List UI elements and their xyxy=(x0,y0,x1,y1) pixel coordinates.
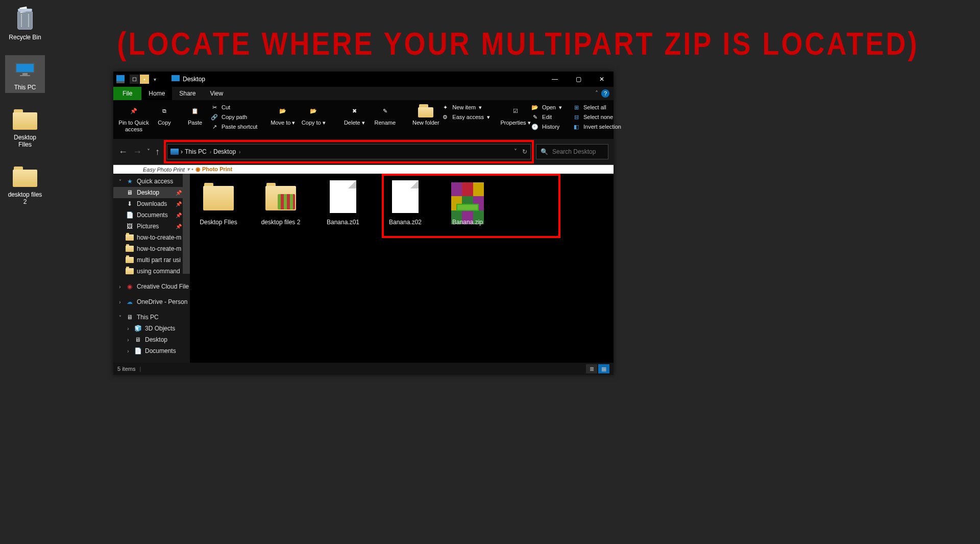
sidebar-item-downloads[interactable]: ⬇Downloads📌 xyxy=(113,198,190,209)
sidebar-quick-access[interactable]: ˅★Quick access xyxy=(113,176,190,187)
folder-icon xyxy=(126,246,134,252)
paste-shortcut-button[interactable]: ↗Paste shortcut xyxy=(210,123,257,131)
desktop-icon-folder[interactable]: desktop files 2 xyxy=(5,162,45,207)
qat-dropdown[interactable]: ▾ xyxy=(150,75,159,84)
sidebar-onedrive[interactable]: ›☁OneDrive - Person xyxy=(113,296,190,308)
invert-selection-button[interactable]: ◧Invert selection xyxy=(572,123,621,131)
new-folder-button[interactable]: New folder xyxy=(410,102,441,126)
copy-path-button[interactable]: 🔗Copy path xyxy=(210,113,257,121)
back-button[interactable]: ← xyxy=(118,147,128,157)
open-icon: 📂 xyxy=(531,103,539,111)
recent-dropdown[interactable]: ˅ xyxy=(147,148,150,155)
qat-button[interactable]: ▪ xyxy=(140,75,149,84)
tab-file[interactable]: File xyxy=(113,87,141,100)
file-item-folder[interactable]: Desktop FIles xyxy=(195,180,242,226)
copyto-icon: 📂 xyxy=(305,103,322,119)
cut-icon: ✂ xyxy=(210,103,218,111)
folder-icon xyxy=(126,268,134,274)
copy-button[interactable]: ⧉ Copy xyxy=(149,102,180,126)
tab-home[interactable]: Home xyxy=(141,87,172,100)
cut-button[interactable]: ✂Cut xyxy=(210,103,257,111)
navigation-sidebar[interactable]: ˅★Quick access 🖥Desktop📌 ⬇Downloads📌 📄Do… xyxy=(113,174,190,363)
sidebar-item-3d-objects[interactable]: ›🧊3D Objects xyxy=(113,323,190,334)
picture-icon: 🖼 xyxy=(126,223,134,230)
file-label: Banana.z02 xyxy=(389,219,422,226)
qat-button[interactable]: ☐ xyxy=(130,75,139,84)
app-icon xyxy=(116,75,125,83)
epson-easy-photo-print[interactable]: Easy Photo Print xyxy=(143,167,185,173)
recycle-bin-icon xyxy=(15,8,35,31)
sidebar-item-desktop[interactable]: ›🖥Desktop xyxy=(113,334,190,345)
pin-to-quick-access-button[interactable]: 📌 Pin to Quick access xyxy=(118,102,149,133)
file-item-unknown[interactable]: Banana.z02 xyxy=(382,180,429,226)
tab-view[interactable]: View xyxy=(203,87,230,100)
maximize-button[interactable]: ▢ xyxy=(567,72,590,87)
menubar: File Home Share View ˄ ? xyxy=(113,87,614,100)
window-title: Desktop xyxy=(183,76,205,83)
sidebar-item-documents[interactable]: 📄Documents📌 xyxy=(113,209,190,221)
paste-button[interactable]: 📋 Paste xyxy=(180,102,210,126)
copy-icon: ⧉ xyxy=(156,103,173,119)
sidebar-item-documents[interactable]: ›📄Documents xyxy=(113,345,190,357)
sidebar-this-pc[interactable]: ˅🖥This PC xyxy=(113,312,190,323)
sidebar-item-pictures[interactable]: 🖼Pictures📌 xyxy=(113,221,190,232)
sidebar-item-folder[interactable]: how-to-create-m xyxy=(113,243,190,254)
edit-button[interactable]: ✎Edit xyxy=(531,113,562,121)
path-icon: 🔗 xyxy=(210,113,218,121)
delete-button[interactable]: ✖ Delete ▾ xyxy=(339,102,370,126)
minimize-button[interactable]: — xyxy=(543,72,567,87)
tab-share[interactable]: Share xyxy=(172,87,203,100)
download-icon: ⬇ xyxy=(126,200,134,207)
up-button[interactable]: ↑ xyxy=(155,147,160,157)
select-none-button[interactable]: ⊟Select none xyxy=(572,113,621,121)
view-large-icons-button[interactable]: ▦ xyxy=(598,364,609,373)
sidebar-item-desktop[interactable]: 🖥Desktop📌 xyxy=(113,187,190,198)
easy-access-button[interactable]: ⚙Easy access ▾ xyxy=(441,113,490,121)
history-button[interactable]: 🕘History xyxy=(531,123,562,131)
properties-button[interactable]: ☑ Properties ▾ xyxy=(500,102,531,126)
desktop-icon-recycle-bin[interactable]: Recycle Bin xyxy=(5,5,45,43)
help-button[interactable]: ? xyxy=(601,89,609,98)
file-item-folder[interactable]: desktop files 2 xyxy=(257,180,304,226)
sidebar-item-folder[interactable]: multi part rar usi xyxy=(113,254,190,266)
titlebar[interactable]: ☐ ▪ ▾ Desktop — ▢ ✕ xyxy=(113,72,614,87)
desktop-icon-folder[interactable]: Desktop FIles xyxy=(5,105,45,150)
select-all-button[interactable]: ⊞Select all xyxy=(572,103,621,111)
explorer-window: ☐ ▪ ▾ Desktop — ▢ ✕ File Home Share View… xyxy=(113,72,614,375)
epson-photo-print[interactable]: ◉ Photo Print xyxy=(195,166,232,173)
pin-icon: 📌 xyxy=(176,212,182,218)
desktop-icon-this-pc[interactable]: This PC xyxy=(5,55,45,93)
refresh-button[interactable]: ↻ xyxy=(522,148,527,155)
pc-icon xyxy=(15,63,35,76)
paste-icon: 📋 xyxy=(186,103,204,119)
epson-toolbar[interactable]: Easy Photo Print ▾ • ◉ Photo Print xyxy=(113,164,614,174)
sidebar-creative-cloud[interactable]: ›◉Creative Cloud File xyxy=(113,281,190,292)
statusbar: 5 items | ≣ ▦ xyxy=(113,363,614,375)
view-details-button[interactable]: ≣ xyxy=(586,364,597,373)
copy-to-button[interactable]: 📂 Copy to ▾ xyxy=(298,102,329,126)
open-button[interactable]: 📂Open ▾ xyxy=(531,103,562,111)
address-dropdown[interactable]: ˅ xyxy=(514,148,517,155)
sidebar-item-folder[interactable]: using command xyxy=(113,266,190,277)
close-button[interactable]: ✕ xyxy=(590,72,614,87)
select-none-icon: ⊟ xyxy=(572,113,580,121)
file-item-zip[interactable]: ​ Banana.zip xyxy=(444,180,491,226)
breadcrumb-item[interactable]: Desktop› xyxy=(213,148,240,155)
chevron-up-icon[interactable]: ˄ xyxy=(595,90,598,97)
move-to-button[interactable]: 📂 Move to ▾ xyxy=(267,102,298,126)
pin-icon: 📌 xyxy=(176,224,182,229)
new-item-button[interactable]: ✦New item ▾ xyxy=(441,103,490,111)
file-pane[interactable]: Desktop FIles desktop files 2 Banana.z01… xyxy=(190,174,614,363)
breadcrumb-item[interactable]: This PC› xyxy=(185,148,211,155)
forward-button[interactable]: → xyxy=(133,147,142,157)
file-item-unknown[interactable]: Banana.z01 xyxy=(320,180,366,226)
sidebar-item-folder[interactable]: how-to-create-m xyxy=(113,232,190,243)
creative-cloud-icon: ◉ xyxy=(126,283,134,290)
search-input[interactable]: 🔍 Search Desktop xyxy=(536,144,608,159)
scrollbar[interactable] xyxy=(183,174,190,274)
rename-button[interactable]: ✎ Rename xyxy=(370,102,400,126)
status-items-count: 5 items xyxy=(117,366,135,372)
shortcut-icon: ↗ xyxy=(210,123,218,131)
address-bar[interactable]: › This PC› Desktop› ˅ ↻ xyxy=(167,144,531,159)
desktop-icon-label: Desktop FIles xyxy=(7,134,43,148)
